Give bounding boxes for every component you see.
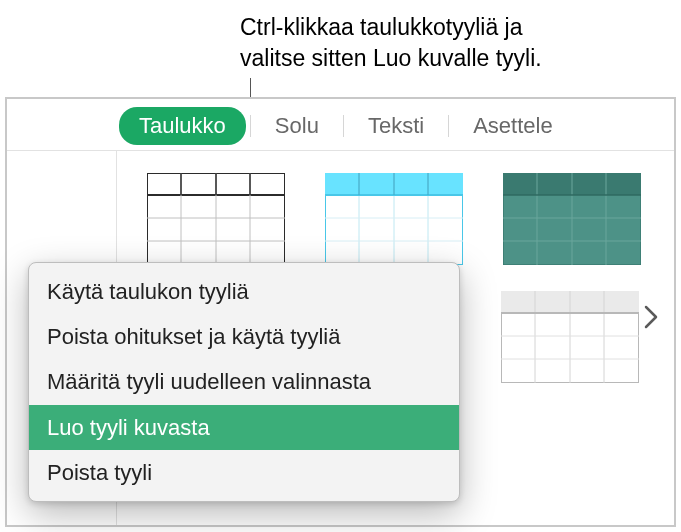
menu-item-label: Luo tyyli kuvasta <box>47 415 210 440</box>
menu-item-label: Poista ohitukset ja käytä tyyliä <box>47 324 340 349</box>
tab-label: Asettele <box>473 113 553 138</box>
table-style-plain[interactable] <box>147 173 285 265</box>
table-style-cyan-header[interactable] <box>325 173 463 265</box>
help-callout-line1: Ctrl-klikkaa taulukkotyyliä ja <box>240 14 522 40</box>
tab-taulukko[interactable]: Taulukko <box>119 107 246 145</box>
tab-separator <box>343 115 344 137</box>
chevron-right-icon <box>644 305 658 329</box>
context-menu: Käytä taulukon tyyliä Poista ohitukset j… <box>28 262 460 502</box>
tab-teksti[interactable]: Teksti <box>348 107 444 145</box>
table-style-grey[interactable] <box>501 291 639 383</box>
next-page-button[interactable] <box>640 299 662 335</box>
menu-item-clear-overrides[interactable]: Poista ohitukset ja käytä tyyliä <box>29 314 459 359</box>
tab-label: Solu <box>275 113 319 138</box>
menu-item-use-style[interactable]: Käytä taulukon tyyliä <box>29 269 459 314</box>
style-row <box>7 173 674 265</box>
table-style-teal-solid[interactable] <box>503 173 641 265</box>
tab-asettele[interactable]: Asettele <box>453 107 573 145</box>
inspector-tabs: Taulukko Solu Teksti Asettele <box>7 99 674 151</box>
tab-separator <box>448 115 449 137</box>
menu-item-create-style[interactable]: Luo tyyli kuvasta <box>29 405 459 450</box>
tab-solu[interactable]: Solu <box>255 107 339 145</box>
menu-item-redefine-style[interactable]: Määritä tyyli uudelleen valinnasta <box>29 359 459 404</box>
tab-separator <box>250 115 251 137</box>
help-callout-line2: valitse sitten Luo kuvalle tyyli. <box>240 45 542 71</box>
menu-item-delete-style[interactable]: Poista tyyli <box>29 450 459 495</box>
tab-label: Taulukko <box>139 113 226 138</box>
menu-item-label: Käytä taulukon tyyliä <box>47 279 249 304</box>
tab-label: Teksti <box>368 113 424 138</box>
menu-item-label: Poista tyyli <box>47 460 152 485</box>
menu-item-label: Määritä tyyli uudelleen valinnasta <box>47 369 371 394</box>
help-callout: Ctrl-klikkaa taulukkotyyliä ja valitse s… <box>240 12 542 74</box>
